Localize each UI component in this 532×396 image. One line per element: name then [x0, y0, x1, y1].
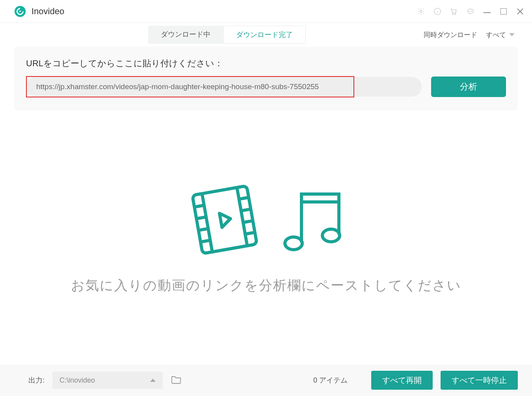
svg-line-16 [199, 229, 208, 230]
item-count: 0 アイテム [313, 375, 348, 385]
svg-point-10 [472, 11, 472, 11]
titlebar-controls [417, 7, 524, 15]
svg-point-6 [455, 13, 456, 14]
output-path-value: C:\inovideo [60, 376, 95, 385]
analyze-button[interactable]: 分析 [431, 77, 506, 97]
concurrent-select[interactable]: すべて [483, 28, 518, 42]
chat-icon[interactable] [467, 7, 474, 15]
svg-line-12 [202, 194, 212, 252]
pause-all-button[interactable]: すべて一時停止 [441, 371, 518, 390]
concurrent-value: すべて [486, 30, 506, 39]
music-note-icon [278, 182, 349, 259]
svg-point-24 [285, 237, 302, 250]
output-label: 出力: [28, 375, 45, 385]
svg-point-25 [322, 229, 340, 242]
empty-illustration [183, 180, 349, 261]
app-title: Inovideo [32, 6, 64, 17]
app-logo-icon [14, 6, 26, 17]
tab-completed[interactable]: ダウンロード完了 [223, 26, 306, 44]
concurrent-label: 同時ダウンロード [424, 30, 477, 39]
footer: 出力: C:\inovideo 0 アイテム すべて再開 すべて一時停止 [0, 364, 532, 396]
concurrent-download-setting: 同時ダウンロード すべて [424, 28, 518, 42]
open-folder-button[interactable] [171, 375, 182, 386]
empty-state: お気に入りの動画のリンクを分析欄にペーストしてください [0, 110, 532, 364]
empty-message: お気に入りの動画のリンクを分析欄にペーストしてください [71, 276, 461, 295]
svg-line-18 [239, 198, 249, 199]
svg-point-9 [471, 11, 471, 11]
tabs: ダウンロード中 ダウンロード完了 [148, 26, 306, 44]
svg-line-17 [201, 240, 210, 242]
chevron-down-icon [509, 33, 515, 36]
svg-line-19 [241, 209, 251, 211]
svg-line-15 [196, 217, 206, 219]
cart-icon[interactable] [450, 7, 458, 15]
svg-line-20 [243, 221, 253, 222]
chevron-up-icon [150, 379, 156, 382]
svg-point-1 [420, 10, 422, 12]
svg-line-13 [237, 187, 247, 246]
url-input-wrap [26, 77, 422, 97]
url-instruction-label: URLをコピーしてからここに貼り付けください： [26, 58, 506, 69]
svg-line-14 [194, 205, 204, 207]
svg-line-21 [245, 232, 255, 234]
film-icon [183, 180, 266, 261]
svg-point-8 [469, 11, 469, 11]
maximize-button[interactable] [500, 7, 508, 15]
gear-icon[interactable] [417, 7, 425, 15]
resume-all-button[interactable]: すべて再開 [371, 371, 433, 390]
url-panel: URLをコピーしてからここに貼り付けください： 分析 [14, 47, 518, 110]
close-button[interactable] [516, 7, 524, 15]
url-input[interactable] [26, 77, 422, 97]
titlebar: Inovideo [0, 0, 532, 23]
minimize-button[interactable] [483, 7, 491, 15]
output-path-select[interactable]: C:\inovideo [52, 372, 163, 389]
svg-point-5 [452, 13, 454, 14]
subbar: ダウンロード中 ダウンロード完了 同時ダウンロード すべて [0, 23, 532, 47]
tab-downloading[interactable]: ダウンロード中 [148, 26, 223, 44]
info-icon[interactable] [433, 7, 441, 15]
